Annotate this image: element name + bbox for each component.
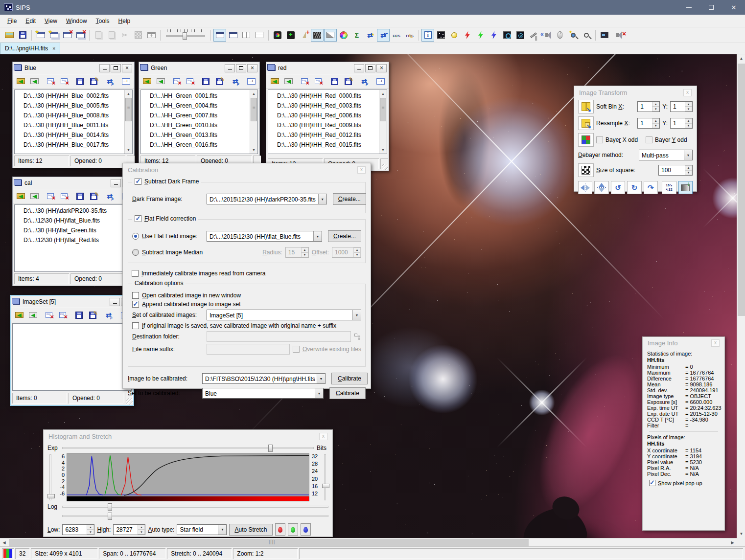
immediately-calibrate-checkbox[interactable]	[132, 270, 139, 277]
remove-all-files-button[interactable]	[184, 75, 197, 88]
window-imageset[interactable]: ImageSet [5] Items: 0 Opened: 0	[10, 295, 134, 406]
file-list-item[interactable]: D:\...\HH_Green_0016.fits	[141, 140, 257, 150]
close-icon[interactable]: x	[319, 433, 327, 440]
scroll-down-icon[interactable]: ▼	[737, 530, 745, 538]
convert-16-32-button[interactable]: 16↘↖32	[662, 181, 676, 194]
file-list-item[interactable]: D:\...\30 (HH)\HH_Red_0015.fits	[268, 140, 387, 150]
image-transform-panel[interactable]: Image Transform x Soft Bin X: 1▲▼ Y: 1▲▼…	[574, 86, 697, 192]
show-pixel-popup-checkbox[interactable]	[649, 480, 655, 486]
convert-format-button[interactable]	[104, 75, 116, 88]
maximize-button[interactable]	[700, 0, 722, 15]
close-window-button[interactable]	[61, 29, 73, 42]
bayer-y-checkbox[interactable]	[646, 136, 652, 143]
target-circle-button[interactable]	[514, 29, 527, 42]
exp-slider[interactable]	[62, 447, 314, 449]
palette-button[interactable]	[337, 29, 350, 42]
red-channel-button[interactable]	[275, 523, 285, 536]
tile-vertical-button[interactable]	[240, 29, 253, 42]
square-icon[interactable]	[578, 163, 594, 177]
menu-edit[interactable]: Edit	[21, 16, 40, 26]
mouse-button[interactable]	[554, 29, 566, 42]
scroll-up-icon[interactable]: ▲	[737, 54, 745, 63]
scroll-up-icon[interactable]: ▲	[250, 90, 257, 97]
bits-vertical-slider[interactable]	[322, 453, 328, 501]
window-green[interactable]: Green × D:\...\HH_Green_0001.fitsD:\...\…	[139, 62, 260, 168]
file-list-item[interactable]: D:\...\30 (HH)\HH_Blue_0011.fits	[15, 120, 132, 130]
append-file-button[interactable]	[282, 75, 295, 88]
file-list[interactable]: D:\...\30 (HH)\HH_Red_0000.fitsD:\...\30…	[268, 90, 387, 154]
list-scrollbar[interactable]: ▲▼	[124, 90, 132, 154]
window-blue[interactable]: Blue × D:\...\30 (HH)\HH_Blue_0002.fitsD…	[12, 62, 135, 168]
size-square-spinner[interactable]: 100▲▼	[658, 165, 693, 176]
telescope-button[interactable]	[527, 29, 540, 42]
minimize-button[interactable]	[677, 0, 700, 15]
remove-all-files-button[interactable]	[58, 75, 70, 88]
image-info-panel[interactable]: Image Info x Statistics of image: HH.fit…	[642, 336, 725, 531]
close-icon[interactable]: x	[711, 339, 720, 347]
panel-titlebar[interactable]: Image Transform x	[574, 86, 697, 99]
save-file-as-button[interactable]	[88, 190, 100, 202]
bayer-icon[interactable]	[578, 133, 594, 147]
file-list-item[interactable]: D:\...\HH_Green_0010.fits	[141, 120, 257, 130]
image-window-button[interactable]	[501, 29, 513, 42]
minimize-button[interactable]	[110, 298, 120, 306]
tab-close-icon[interactable]: ×	[52, 45, 55, 51]
file-list-item[interactable]: D:\...\12\30 (HH)\flat_Blue.fits	[15, 216, 132, 225]
bayer-x-checkbox[interactable]	[596, 136, 603, 143]
resize-grip[interactable]	[382, 164, 388, 170]
histogram-plot[interactable]	[67, 453, 309, 501]
append-file-button[interactable]	[28, 75, 41, 88]
zoom-slider[interactable]	[165, 29, 206, 42]
minimize-button[interactable]	[354, 64, 364, 72]
convert-format-button[interactable]	[358, 75, 371, 88]
remove-file-button[interactable]	[45, 190, 57, 202]
flash-red-button[interactable]	[461, 29, 474, 42]
file-list[interactable]: D:\...\30 (HH)\HH_Blue_0002.fitsD:\...\3…	[14, 90, 133, 154]
open-files-button[interactable]	[13, 309, 25, 321]
focus-target-button[interactable]	[284, 29, 297, 42]
file-list[interactable]	[12, 323, 132, 391]
scroll-right-icon[interactable]: ▶	[728, 538, 737, 547]
camera-button[interactable]	[271, 29, 284, 42]
scrollbar-thumb[interactable]	[738, 64, 745, 316]
rename-file-button[interactable]	[245, 75, 258, 88]
file-list-item[interactable]: D:\...\30 (HH)\HH_Red_0000.fits	[268, 91, 387, 101]
create-flat-button[interactable]: Create...	[328, 230, 361, 242]
close-icon[interactable]: x	[357, 166, 366, 174]
chevron-down-icon[interactable]: ▼	[313, 231, 322, 241]
rotate-right-button[interactable]: ↻	[627, 181, 641, 194]
menu-file[interactable]: File	[3, 16, 21, 26]
image-stack-button[interactable]	[311, 29, 324, 42]
apply-stretch-button[interactable]	[678, 181, 693, 194]
file-list-item[interactable]: D:\...\30 (HH)\flat_Green.fits	[15, 225, 132, 235]
append-file-button[interactable]	[26, 309, 39, 321]
panel-titlebar[interactable]: Histogram and Stretch x	[44, 430, 332, 443]
cascade-windows-button[interactable]	[227, 29, 239, 42]
sound-button[interactable]	[540, 29, 553, 42]
file-list-item[interactable]: D:\...\30 (HH)\HH_Blue_0014.fits	[15, 130, 132, 140]
chevron-down-icon[interactable]: ▼	[684, 150, 692, 160]
fits-header-button[interactable]	[403, 29, 416, 42]
remove-file-button[interactable]	[45, 75, 57, 88]
chevron-down-icon[interactable]: ▼	[315, 388, 323, 398]
save-file-as-button[interactable]	[88, 75, 100, 88]
panel-titlebar[interactable]: Image Info x	[643, 337, 724, 349]
maximize-button[interactable]	[111, 64, 121, 72]
resample-y-spinner[interactable]: 1▲▼	[670, 118, 693, 129]
soft-bin-icon[interactable]	[578, 100, 594, 113]
file-list-item[interactable]: D:\...\30 (HH)\HH_Blue_0002.fits	[15, 91, 132, 101]
scroll-down-icon[interactable]: ▼	[250, 146, 257, 154]
auto-stretch-button[interactable]: Auto Stretch	[229, 524, 272, 536]
maximize-button[interactable]	[236, 64, 246, 72]
remove-all-files-button[interactable]	[312, 75, 325, 88]
low-spinner[interactable]: 6283▲▼	[62, 524, 94, 535]
flip-horizontal-button[interactable]	[578, 181, 592, 194]
window-red[interactable]: red × D:\...\30 (HH)\HH_Red_0000.fitsD:\…	[266, 62, 389, 171]
file-list-item[interactable]: D:\...\HH_Green_0001.fits	[141, 91, 257, 101]
chevron-down-icon[interactable]: ▼	[352, 310, 361, 320]
file-list-item[interactable]: D:\...\30 (HH)\HH_Blue_0005.fits	[15, 101, 132, 111]
statistics-button[interactable]	[350, 29, 363, 42]
file-list[interactable]: D:\...\HH_Green_0001.fitsD:\...\HH_Green…	[140, 90, 258, 154]
chevron-down-icon[interactable]: ▼	[318, 194, 326, 204]
log-slider[interactable]	[62, 506, 328, 508]
